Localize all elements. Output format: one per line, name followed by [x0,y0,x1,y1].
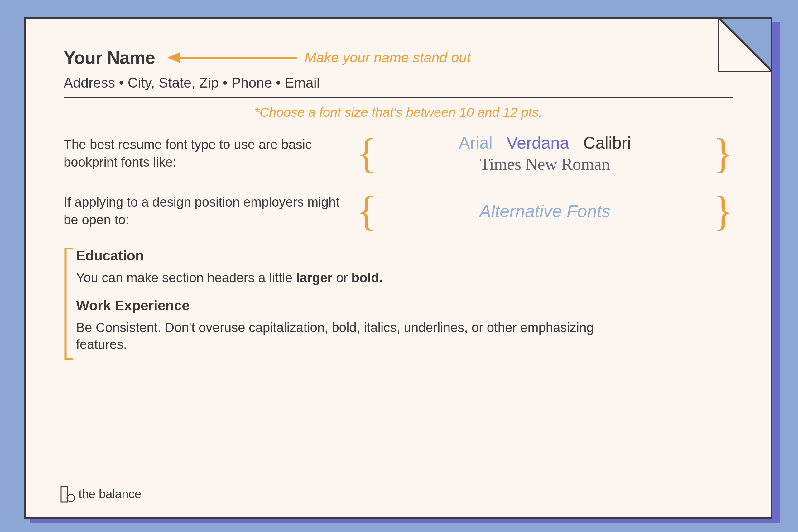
svg-marker-4 [167,52,180,63]
font-alternative: Alternative Fonts [479,201,610,221]
font-arial: Arial [459,133,492,152]
name-tip: Make your name stand out [305,50,471,66]
education-body-pre: You can make section headers a little [76,270,296,285]
education-body-mid: or [332,270,351,285]
education-body-bold1: larger [296,270,332,285]
font-verdana: Verdana [507,133,569,152]
basic-fonts-examples: Arial Verdana Calibri Times New Roman [383,133,707,173]
font-calibri: Calibri [583,133,631,152]
basic-fonts-brace: { Arial Verdana Calibri Times New Roman … [357,132,733,174]
brace-close-icon: } [713,132,733,174]
work-body: Be Consistent. Don't overuse capitalizat… [64,319,618,353]
alt-fonts-label: If applying to a design position employe… [64,193,357,229]
svg-rect-5 [61,486,67,502]
brand-name: the balance [78,487,141,501]
work-heading: Work Experience [76,298,733,314]
name-callout-arrow [167,50,298,65]
sections-bracket-group: Education You can make section headers a… [64,248,733,314]
alt-fonts-examples: Alternative Fonts [383,201,707,221]
basic-fonts-row: The best resume font type to use are bas… [64,132,733,174]
svg-point-6 [67,494,74,502]
font-times: Times New Roman [480,154,610,174]
brace-open-icon: { [357,132,377,174]
alt-fonts-brace: { Alternative Fonts } [357,190,733,232]
balance-logo-icon [60,486,75,503]
brace-close-icon: } [713,190,733,232]
bracket-left-icon [64,248,73,360]
education-section: Education You can make section headers a… [76,248,733,287]
alt-fonts-row: If applying to a design position employe… [64,190,733,232]
education-body-bold2: bold. [351,270,382,285]
contact-line: Address • City, State, Zip • Phone • Ema… [64,75,733,91]
education-heading: Education [76,248,733,264]
name-heading: Your Name [64,47,155,68]
page-corner-fold [718,17,773,72]
education-body: You can make section headers a little la… [76,269,733,287]
brand-logo: the balance [60,486,141,503]
work-section: Work Experience [76,298,733,314]
brace-open-icon: { [357,190,377,232]
basic-fonts-label: The best resume font type to use are bas… [64,136,357,171]
header-divider [64,97,733,98]
resume-page: Your Name Make your name stand out Addre… [24,17,773,519]
header-row: Your Name Make your name stand out [64,47,733,68]
font-size-tip: *Choose a font size that's between 10 an… [64,105,733,120]
